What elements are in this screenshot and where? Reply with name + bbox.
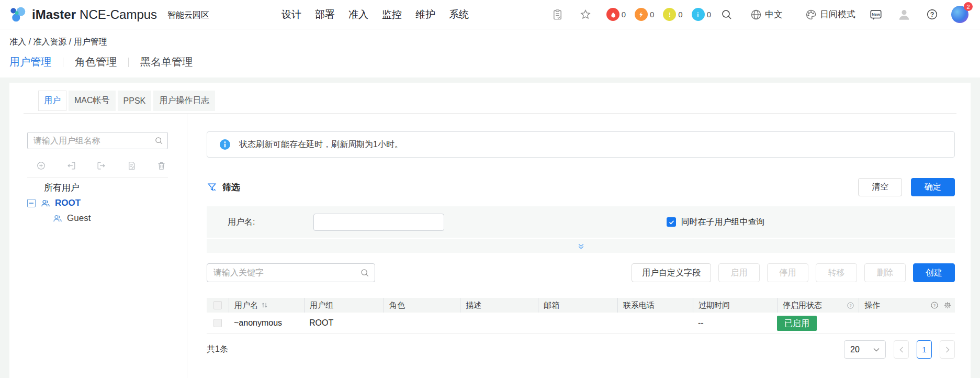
app-logo[interactable]: iMaster NCE-Campus 智能云园区 [9,6,209,24]
pagination: 20 1 [844,340,955,359]
nav-monitor[interactable]: 监控 [382,8,402,21]
enable-button[interactable]: 启用 [718,263,760,282]
tab-separator [63,58,63,67]
move-out-icon[interactable] [96,161,106,171]
search-icon [154,136,163,145]
user-main-panel: 状态刷新可能存在延时，刷新周期为1小时。 筛选 清空 确定 用户名: 同时 [187,114,971,378]
table-settings-gear-icon[interactable] [943,301,952,309]
product-suffix: NCE-Campus [80,7,157,22]
alarm-minor[interactable]: 0 [663,8,682,21]
nav-system[interactable]: 系统 [449,8,469,21]
major-lightning-icon [635,8,648,21]
subtab-mac-account[interactable]: MAC帐号 [69,91,116,111]
toolbar-buttons: 用户自定义字段 启用 停用 转移 删除 创建 [624,263,955,282]
table-toolbar: 用户自定义字段 启用 停用 转移 删除 创建 [207,263,955,282]
table-header: 用户名 用户组 角色 描述 邮箱 联系电话 过期时间 停启用状态 [207,298,955,313]
filter-header: 筛选 清空 确定 [207,178,955,196]
user-group-icon [52,213,63,224]
table-help-icon[interactable]: ? [930,301,939,309]
expand-filter-strip[interactable] [207,239,955,253]
alarm-critical[interactable]: 0 [606,8,626,21]
move-in-icon[interactable] [66,161,76,171]
whats-new-icon[interactable]: New [869,8,883,21]
nav-deploy[interactable]: 部署 [315,8,335,21]
delete-button[interactable]: 删除 [864,263,906,282]
favorites-star-icon[interactable] [579,8,592,21]
nav-design[interactable]: 设计 [281,8,301,21]
edit-group-icon[interactable] [127,161,137,171]
row-checkbox[interactable] [213,319,222,327]
page-tab-role-management[interactable]: 角色管理 [75,55,117,69]
subgroup-checkbox-group[interactable]: 同时在子用户组中查询 [667,217,764,228]
col-expire[interactable]: 过期时间 [693,298,777,313]
col-status[interactable]: 停启用状态 ? [777,298,859,313]
subtab-user[interactable]: 用户 [38,91,66,111]
tree-node-all-users[interactable]: 所有用户 [27,180,168,195]
subgroup-checkbox-label: 同时在子用户组中查询 [681,217,764,228]
group-search-input[interactable] [27,132,168,149]
cell-username: ~anonymous [229,318,304,328]
col-usergroup[interactable]: 用户组 [304,298,384,313]
help-icon[interactable]: ? [926,8,939,21]
nav-maintain[interactable]: 维护 [415,8,435,21]
double-chevron-down-icon [577,242,585,250]
keyword-search [207,263,375,282]
language-switch[interactable]: 中文 [750,8,783,21]
group-toolbar [27,161,168,171]
select-all-checkbox[interactable] [207,298,229,313]
subgroup-checkbox[interactable] [667,217,676,227]
total-count: 共1条 [207,344,228,355]
table-row[interactable]: ~anonymous ROOT -- 已启用 [207,313,955,334]
alarm-info[interactable]: 0 [692,8,711,21]
clear-button[interactable]: 清空 [858,178,902,196]
next-page-button[interactable] [940,340,955,359]
custom-field-button[interactable]: 用户自定义字段 [632,263,711,282]
tree-node-root[interactable]: ROOT [27,195,168,210]
subtab-ppsk[interactable]: PPSK [118,91,152,111]
add-group-icon[interactable] [36,161,46,171]
col-description[interactable]: 描述 [460,298,538,313]
task-report-icon[interactable] [551,8,564,21]
col-email[interactable]: 邮箱 [538,298,617,313]
nav-admission[interactable]: 准入 [348,8,368,21]
disable-button[interactable]: 停用 [767,263,808,282]
confirm-button[interactable]: 确定 [911,178,955,196]
page-tab-user-management[interactable]: 用户管理 [9,55,51,69]
global-search-icon[interactable] [720,8,733,21]
create-button[interactable]: 创建 [913,263,955,282]
transfer-button[interactable]: 转移 [816,263,857,282]
group-search [27,132,168,149]
username-input[interactable] [313,214,444,231]
status-badge: 已启用 [777,316,817,331]
header-actions: 0 0 0 0 [551,6,970,23]
page-size-select[interactable]: 20 [844,340,886,359]
prev-page-button[interactable] [894,340,909,359]
filter-title: 筛选 [222,181,240,193]
col-operation[interactable]: 操作 ? [859,298,955,313]
theme-switch[interactable]: 日间模式 [805,8,855,21]
user-group-tree: 所有用户 ROOT [27,180,168,226]
solution-name: 智能云园区 [167,10,209,21]
alarm-major[interactable]: 0 [635,8,654,21]
tree-node-guest[interactable]: Guest [27,210,168,226]
status-help-icon[interactable]: ? [847,302,854,309]
current-page-button[interactable]: 1 [917,340,932,359]
subtab-user-operation-log[interactable]: 用户操作日志 [153,91,215,111]
chevron-left-icon [899,347,904,353]
svg-text:?: ? [849,303,851,308]
user-profile-icon[interactable] [897,8,911,21]
user-avatar[interactable]: 2 [951,6,968,23]
minor-exclamation-icon [663,8,676,21]
col-phone[interactable]: 联系电话 [617,298,693,313]
keyword-search-input[interactable] [207,263,375,282]
app-header: iMaster NCE-Campus 智能云园区 设计 部署 准入 监控 维护 … [0,0,980,29]
notification-count-badge: 2 [964,2,973,11]
collapse-expander-icon[interactable] [27,199,36,207]
col-role[interactable]: 角色 [384,298,460,313]
sort-icon[interactable] [261,302,268,309]
users-table: 用户名 用户组 角色 描述 邮箱 联系电话 过期时间 停启用状态 [207,298,955,334]
page-tab-blacklist-management[interactable]: 黑名单管理 [140,55,193,69]
svg-text:New: New [872,12,880,17]
col-username[interactable]: 用户名 [229,298,304,313]
delete-group-icon[interactable] [156,161,166,171]
